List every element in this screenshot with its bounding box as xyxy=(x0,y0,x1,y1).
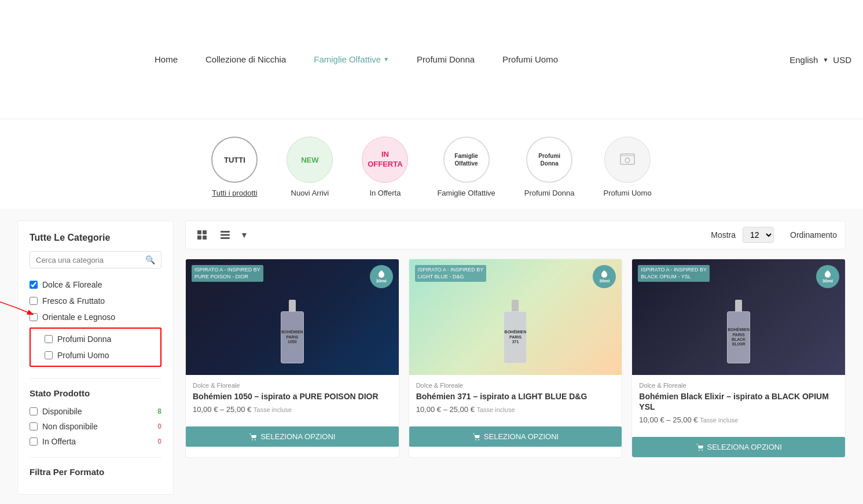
product-badge-1: 30ml xyxy=(370,265,393,288)
main-content: Tutte Le Categorie 🔍 only main categorie… xyxy=(0,209,863,504)
product-info-3: Dolce & Floreale Bohémien Black Elixir –… xyxy=(632,375,845,437)
bottle-1: BOHÉMIENPARIS1050 xyxy=(275,300,310,369)
main-nav: Home Collezione di Nicchia Famiglie Olfa… xyxy=(0,0,863,119)
checkbox-in-offerta[interactable] xyxy=(30,437,38,446)
cat-check-profumi-donna[interactable]: Profumi Donna xyxy=(33,331,158,347)
grid-view-icon[interactable] xyxy=(194,227,210,243)
bottle-label: BOHÉMIENPARIS371 xyxy=(505,330,527,344)
product-info-2: Dolce & Floreale Bohémien 371 – ispirato… xyxy=(409,375,622,426)
cat-check-orientale[interactable]: Orientale e Legnoso xyxy=(30,309,161,325)
product-img-label-3: ISPIRATO A - INSPIRED BYBLACK OPIUM - YS… xyxy=(638,265,710,282)
nav-collezione[interactable]: Collezione di Nicchia xyxy=(203,50,288,69)
svg-point-16 xyxy=(699,450,700,451)
sidebar: Tutte Le Categorie 🔍 only main categorie… xyxy=(17,220,174,495)
product-btn-1[interactable]: SELEZIONA OPZIONI xyxy=(186,426,399,447)
checkbox-fresco[interactable] xyxy=(30,297,38,305)
cat-profumi-uomo[interactable]: Profumi Uomo xyxy=(604,137,652,197)
ordinamento-label: Ordinamento xyxy=(790,230,837,240)
bottle-body: BOHÉMIENPARISBLACK ELIXIR xyxy=(727,311,750,363)
cat-tutti[interactable]: TUTTI Tutti i prodotti xyxy=(211,137,258,197)
product-name-3: Bohémien Black Elixir – ispirato a BLACK… xyxy=(639,391,838,412)
bottle-cap xyxy=(289,300,296,311)
nav-donna[interactable]: Profumi Donna xyxy=(414,50,477,69)
product-card-2[interactable]: ISPIRATO A - INSPIRED BYLIGHT BLUE - D&G… xyxy=(409,259,623,458)
sidebar-divider-2 xyxy=(30,457,161,458)
mostra-select[interactable]: 12 24 36 xyxy=(743,227,774,243)
checkbox-profumi-donna[interactable] xyxy=(45,335,53,343)
filter-label: Non disponibile xyxy=(42,422,98,431)
product-cat-1: Dolce & Floreale xyxy=(193,382,392,389)
svg-rect-9 xyxy=(221,231,230,233)
filter-in-offerta[interactable]: In Offerta 0 xyxy=(30,434,161,449)
product-badge-2: 30ml xyxy=(593,265,616,288)
svg-rect-7 xyxy=(197,236,201,240)
product-cat-2: Dolce & Floreale xyxy=(416,382,615,389)
bottle-label: BOHÉMIENPARISBLACK ELIXIR xyxy=(728,328,750,347)
svg-point-14 xyxy=(475,439,476,440)
filter-count-disponibile: 8 xyxy=(157,407,161,415)
filter-count-non-disponibile: 0 xyxy=(157,422,161,431)
cat-check-label: Dolce & Floreale xyxy=(42,280,102,289)
checkbox-orientale[interactable] xyxy=(30,313,38,321)
language-chevron-icon: ▼ xyxy=(822,56,828,62)
product-image-3: ISPIRATO A - INSPIRED BYBLACK OPIUM - YS… xyxy=(632,259,845,375)
product-card-1[interactable]: ISPIRATO A - INSPIRED BYPURE POISON - DI… xyxy=(185,259,399,458)
formato-title: Filtra Per Formato xyxy=(30,467,161,477)
checkbox-profumi-uomo[interactable] xyxy=(45,351,53,359)
bottle-body: BOHÉMIENPARIS371 xyxy=(504,311,527,363)
mostra-label: Mostra xyxy=(711,230,736,240)
cat-new[interactable]: NEW Nuovi Arrivi xyxy=(287,137,333,197)
filter-label: Disponibile xyxy=(42,407,82,416)
products-grid: ISPIRATO A - INSPIRED BYPURE POISON - DI… xyxy=(185,259,846,458)
product-img-label-2: ISPIRATO A - INSPIRED BYLIGHT BLUE - D&G xyxy=(415,265,487,282)
cat-circle-famiglie: FamiglieOlfattive xyxy=(443,137,490,183)
cat-circle-new: NEW xyxy=(287,137,333,183)
chevron-down-icon: ▼ xyxy=(383,56,389,62)
cat-famiglie[interactable]: FamiglieOlfattive Famiglie Olfattive xyxy=(437,137,495,197)
product-price-3: 10,00 € – 25,00 € Tasse incluse xyxy=(639,415,838,424)
cat-circle-offerta: INOFFERTA xyxy=(362,137,408,183)
nav-uomo[interactable]: Profumi Uomo xyxy=(500,50,560,69)
checkbox-dolce-floreale[interactable] xyxy=(30,281,38,289)
category-list: only main categories Dolce & Floreale Fr… xyxy=(30,277,161,367)
svg-point-13 xyxy=(255,439,256,440)
cat-offerta[interactable]: INOFFERTA In Offerta xyxy=(362,137,408,197)
checkbox-non-disponibile[interactable] xyxy=(30,422,38,431)
cat-check-fresco[interactable]: Fresco & Fruttato xyxy=(30,293,161,309)
product-image-1: ISPIRATO A - INSPIRED BYPURE POISON - DI… xyxy=(186,259,399,375)
bottle-3: BOHÉMIENPARISBLACK ELIXIR xyxy=(721,300,756,369)
category-search-box[interactable]: 🔍 xyxy=(30,251,161,268)
product-btn-3[interactable]: SELEZIONA OPZIONI xyxy=(632,437,845,457)
cat-check-label: Profumi Donna xyxy=(57,334,111,344)
list-view-icon[interactable] xyxy=(217,227,233,243)
bottle-cap xyxy=(512,300,519,311)
checkbox-disponibile[interactable] xyxy=(30,407,38,415)
cat-profumi-donna[interactable]: ProfumiDonna Profumi Donna xyxy=(524,137,575,197)
cat-label-uomo: Profumi Uomo xyxy=(604,189,652,197)
cat-check-dolce-floreale[interactable]: Dolce & Floreale xyxy=(30,277,161,293)
category-search-input[interactable] xyxy=(36,256,145,264)
svg-rect-10 xyxy=(221,234,230,236)
filter-disponibile[interactable]: Disponibile 8 xyxy=(30,404,161,419)
cat-check-label: Profumi Uomo xyxy=(57,351,109,360)
nav-famiglie[interactable]: Famiglie Olfattive ▼ xyxy=(311,50,391,69)
expand-icon[interactable]: ▼ xyxy=(240,230,248,240)
cat-circle-donna: ProfumiDonna xyxy=(526,137,572,183)
sidebar-title: Tutte Le Categorie xyxy=(30,233,161,243)
currency-selector[interactable]: USD xyxy=(833,54,851,64)
badge-text-1: 30ml xyxy=(376,279,387,284)
products-toolbar: ▼ Mostra 12 24 36 Ordinamento xyxy=(185,220,846,249)
product-btn-2[interactable]: SELEZIONA OPZIONI xyxy=(409,426,622,447)
product-card-3[interactable]: ISPIRATO A - INSPIRED BYBLACK OPIUM - YS… xyxy=(631,259,846,458)
cat-label-tutti: Tutti i prodotti xyxy=(212,189,257,197)
language-selector[interactable]: English xyxy=(789,54,818,64)
svg-rect-8 xyxy=(203,236,207,240)
product-cat-3: Dolce & Floreale xyxy=(639,382,838,389)
cat-check-label: Orientale e Legnoso xyxy=(42,312,115,322)
filter-non-disponibile[interactable]: Non disponibile 0 xyxy=(30,419,161,434)
cat-check-profumi-uomo[interactable]: Profumi Uomo xyxy=(33,347,158,363)
svg-rect-5 xyxy=(197,230,201,234)
nav-home[interactable]: Home xyxy=(152,50,180,69)
filter-label: In Offerta xyxy=(42,437,76,446)
nav-right: English ▼ USD xyxy=(789,54,851,64)
